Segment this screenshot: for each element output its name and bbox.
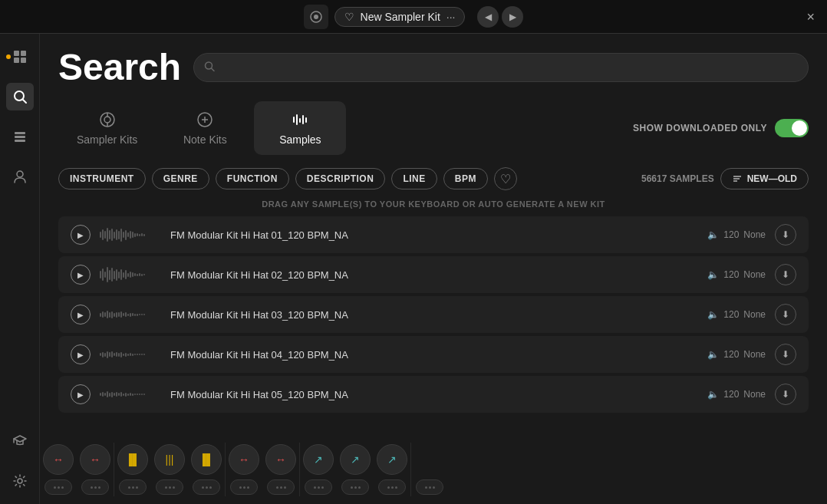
key-button-7-bot[interactable] bbox=[305, 479, 332, 495]
svg-rect-4 bbox=[14, 58, 19, 63]
app-logo bbox=[304, 5, 328, 29]
svg-point-11 bbox=[17, 171, 23, 177]
sample-bpm-2: 120 bbox=[723, 309, 739, 320]
tab-note-kits[interactable]: Note Kits bbox=[159, 101, 251, 155]
drag-hint: DRAG ANY SAMPLE(S) TO YOUR KEYBOARD OR A… bbox=[58, 199, 809, 209]
show-downloaded-toggle-area: SHOW DOWNLOADED ONLY bbox=[633, 119, 809, 137]
key-pad-7: ↗ bbox=[300, 444, 337, 495]
search-bar bbox=[193, 53, 809, 82]
key-button-3-bot[interactable] bbox=[156, 479, 183, 495]
waveform-3 bbox=[100, 345, 161, 364]
waveform-0 bbox=[100, 226, 161, 244]
top-bar-center: ♡ New Sampler Kit ··· ◀ ▶ bbox=[304, 5, 524, 29]
key-button-2-bot[interactable] bbox=[119, 479, 147, 495]
tab-samples[interactable]: Samples bbox=[254, 101, 346, 155]
svg-rect-8 bbox=[15, 132, 25, 134]
key-button-7-top[interactable]: ↗ bbox=[303, 444, 334, 475]
close-button[interactable]: × bbox=[806, 8, 815, 25]
sidebar-item-settings[interactable] bbox=[6, 467, 34, 495]
key-pad-5: ↔ bbox=[226, 444, 262, 495]
sample-key-2: None bbox=[743, 309, 766, 320]
key-button-1-bot[interactable] bbox=[81, 479, 109, 495]
search-input[interactable] bbox=[193, 53, 809, 82]
next-button[interactable]: ▶ bbox=[502, 6, 523, 28]
filter-function[interactable]: FUNCTION bbox=[216, 168, 289, 189]
download-button-2[interactable]: ⬇ bbox=[775, 304, 796, 325]
sample-key-3: None bbox=[743, 349, 766, 360]
svg-line-14 bbox=[212, 68, 215, 71]
waveform-1 bbox=[100, 265, 161, 284]
key-button-3-top[interactable]: ||| bbox=[154, 444, 185, 475]
key-button-6-top[interactable]: ↔ bbox=[265, 444, 296, 475]
toggle-knob bbox=[792, 120, 807, 136]
tab-sampler-kits[interactable]: Sampler Kits bbox=[58, 101, 156, 155]
show-downloaded-toggle[interactable] bbox=[775, 119, 809, 137]
volume-icon-4: 🔈 bbox=[707, 389, 719, 400]
key-button-8-top[interactable]: ↗ bbox=[340, 444, 371, 475]
filter-description[interactable]: DESCRIPTION bbox=[295, 168, 386, 189]
volume-icon-0: 🔈 bbox=[707, 229, 719, 240]
sample-count: 56617 SAMPLES bbox=[641, 173, 714, 184]
svg-rect-25 bbox=[302, 115, 304, 124]
table-row: ▶ FM Modular Kit Hi Hat 05_120 BPM_NA 🔈 … bbox=[58, 376, 809, 413]
svg-rect-22 bbox=[293, 117, 295, 123]
svg-rect-23 bbox=[296, 114, 298, 125]
volume-icon-3: 🔈 bbox=[707, 349, 719, 360]
filter-bpm[interactable]: BPM bbox=[443, 168, 488, 189]
sidebar-item-learn[interactable] bbox=[6, 427, 34, 455]
download-button-4[interactable]: ⬇ bbox=[775, 384, 796, 405]
filter-line[interactable]: LINE bbox=[391, 168, 437, 189]
play-button-1[interactable]: ▶ bbox=[71, 265, 91, 285]
play-button-2[interactable]: ▶ bbox=[71, 305, 91, 324]
sample-bpm-0: 120 bbox=[723, 229, 739, 240]
filter-instrument[interactable]: INSTRUMENT bbox=[58, 168, 146, 189]
play-button-0[interactable]: ▶ bbox=[71, 225, 91, 245]
download-button-0[interactable]: ⬇ bbox=[775, 224, 796, 245]
favorites-filter[interactable]: ♡ bbox=[494, 167, 517, 190]
waveform-4 bbox=[100, 385, 161, 404]
play-button-4[interactable]: ▶ bbox=[71, 384, 91, 404]
search-bar-icon bbox=[204, 61, 215, 74]
sample-bpm-1: 120 bbox=[723, 269, 739, 280]
sort-button[interactable]: NEW—OLD bbox=[720, 168, 809, 189]
header-row: Search bbox=[58, 49, 809, 86]
key-button-4-bot[interactable] bbox=[193, 479, 220, 495]
svg-rect-10 bbox=[15, 140, 25, 142]
main-content: Search Sampler Kit bbox=[40, 34, 827, 504]
key-button-0-top[interactable]: ↔ bbox=[43, 444, 74, 475]
key-pad-9: ↗ bbox=[374, 444, 410, 495]
key-button-9-bot[interactable] bbox=[378, 479, 406, 495]
sidebar-item-user[interactable] bbox=[6, 163, 34, 190]
key-pad-4: ▐▌ bbox=[188, 444, 225, 495]
sidebar-item-layers[interactable] bbox=[6, 123, 34, 150]
key-button-6-bot[interactable] bbox=[267, 479, 295, 495]
key-button-8-bot[interactable] bbox=[341, 479, 369, 495]
keyboard-area: ↔ ↔ ▐▌ ||| ▐▌ ↔ ↔ ↗ ↗ ↗ bbox=[40, 435, 827, 504]
sort-label: NEW—OLD bbox=[747, 173, 797, 184]
download-button-3[interactable]: ⬇ bbox=[775, 344, 796, 365]
sidebar-item-search[interactable] bbox=[6, 83, 34, 110]
filter-genre[interactable]: GENRE bbox=[152, 168, 209, 189]
play-button-3[interactable]: ▶ bbox=[71, 344, 91, 364]
key-button-10-bot[interactable] bbox=[416, 479, 443, 495]
key-pad-2: ▐▌ bbox=[114, 444, 151, 495]
title-pill[interactable]: ♡ New Sampler Kit ··· bbox=[334, 7, 466, 27]
key-button-5-top[interactable]: ↔ bbox=[229, 444, 259, 475]
key-button-0-bot[interactable] bbox=[44, 479, 72, 495]
waveform-2 bbox=[100, 305, 161, 324]
key-button-2-top[interactable]: ▐▌ bbox=[117, 444, 148, 475]
key-pad-10 bbox=[411, 444, 448, 495]
svg-point-1 bbox=[314, 15, 318, 19]
svg-rect-3 bbox=[21, 51, 26, 56]
sidebar bbox=[0, 34, 40, 504]
filters-row: INSTRUMENT GENRE FUNCTION DESCRIPTION LI… bbox=[58, 167, 809, 190]
key-button-4-top[interactable]: ▐▌ bbox=[191, 444, 222, 475]
sample-list: ▶ FM Modular Kit Hi Hat 01_120 BPM_NA 🔈 … bbox=[58, 216, 809, 413]
key-button-5-bot[interactable] bbox=[230, 479, 258, 495]
key-pad-0: ↔ bbox=[40, 444, 77, 495]
download-button-1[interactable]: ⬇ bbox=[775, 264, 796, 285]
ellipsis-button[interactable]: ··· bbox=[446, 11, 456, 23]
key-button-9-top[interactable]: ↗ bbox=[377, 444, 407, 475]
key-button-1-top[interactable]: ↔ bbox=[80, 444, 110, 475]
prev-button[interactable]: ◀ bbox=[477, 6, 499, 28]
